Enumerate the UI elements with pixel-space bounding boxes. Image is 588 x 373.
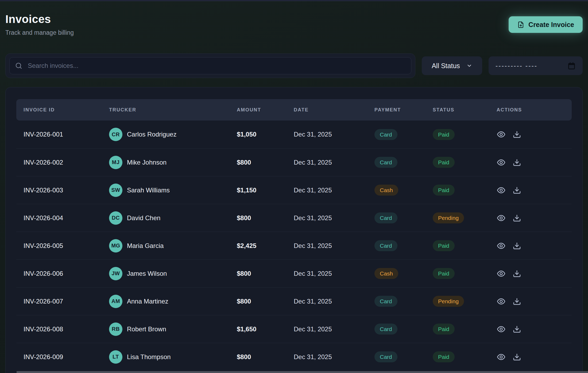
invoice-id-cell: INV-2026-005 <box>16 242 102 250</box>
amount-value: $800 <box>237 159 251 166</box>
download-invoice-button[interactable] <box>513 297 521 306</box>
status-badge: Paid <box>433 157 455 168</box>
trucker-avatar: LT <box>109 350 122 364</box>
payment-badge: Card <box>374 157 397 168</box>
actions-cell <box>489 325 572 334</box>
view-invoice-button[interactable] <box>497 186 506 195</box>
trucker-name: David Chen <box>127 214 160 222</box>
create-invoice-button[interactable]: Create Invoice <box>509 16 583 33</box>
status-badge: Pending <box>433 212 464 223</box>
date-value: Dec 31, 2025 <box>294 131 332 138</box>
trucker-name: Anna Martinez <box>127 298 168 305</box>
date-cell: Dec 31, 2025 <box>287 353 367 361</box>
column-header-trucker: TRUCKER <box>102 107 230 113</box>
table-row: INV-2026-006 JW James Wilson $800 Dec 31… <box>16 259 572 287</box>
amount-value: $2,425 <box>237 242 256 249</box>
invoice-id: INV-2026-002 <box>24 159 63 166</box>
status-filter-select[interactable]: All Status <box>422 56 482 75</box>
trucker-name: Lisa Thompson <box>127 353 171 361</box>
invoice-id-cell: INV-2026-004 <box>16 214 102 222</box>
status-cell: Paid <box>425 351 489 362</box>
trucker-avatar: AM <box>109 295 122 308</box>
view-invoice-button[interactable] <box>497 352 506 362</box>
horizontal-scrollbar[interactable] <box>17 371 588 373</box>
amount-cell: $800 <box>230 214 287 222</box>
status-badge: Paid <box>433 351 455 362</box>
payment-cell: Cash <box>367 268 425 279</box>
payment-badge: Card <box>374 129 397 140</box>
payment-cell: Cash <box>367 185 425 196</box>
actions-cell <box>489 158 572 167</box>
date-cell: Dec 31, 2025 <box>287 242 367 250</box>
payment-cell: Card <box>367 296 425 307</box>
eye-icon <box>497 269 506 278</box>
status-badge: Paid <box>433 268 455 279</box>
file-plus-icon <box>517 21 524 28</box>
date-value: Dec 31, 2025 <box>294 270 332 277</box>
payment-badge: Card <box>374 351 397 362</box>
column-header-amount: AMOUNT <box>230 107 287 113</box>
date-cell: Dec 31, 2025 <box>287 298 367 305</box>
calendar-icon[interactable] <box>567 62 576 70</box>
table-row: INV-2026-005 MG Maria Garcia $2,425 Dec … <box>16 232 572 259</box>
chevron-down-icon <box>466 63 472 69</box>
trucker-cell: AM Anna Martinez <box>102 295 230 308</box>
invoice-id: INV-2026-008 <box>24 325 63 333</box>
download-invoice-button[interactable] <box>513 242 521 250</box>
date-cell: Dec 31, 2025 <box>287 131 367 138</box>
download-invoice-button[interactable] <box>513 269 521 278</box>
download-icon <box>513 353 521 361</box>
column-header-status: STATUS <box>425 107 489 113</box>
status-badge: Paid <box>433 240 455 251</box>
date-cell: Dec 31, 2025 <box>287 159 367 166</box>
view-invoice-button[interactable] <box>497 297 506 306</box>
view-invoice-button[interactable] <box>497 269 506 278</box>
search-field[interactable] <box>9 57 411 74</box>
actions-cell <box>489 213 572 223</box>
amount-value: $800 <box>237 270 251 277</box>
status-badge: Paid <box>433 324 455 335</box>
trucker-name: Robert Brown <box>127 325 166 333</box>
date-value: Dec 31, 2025 <box>294 353 332 360</box>
view-invoice-button[interactable] <box>497 241 506 250</box>
download-invoice-button[interactable] <box>513 130 521 139</box>
trucker-avatar: JW <box>109 267 122 280</box>
column-header-invoice-id: INVOICE ID <box>16 107 102 113</box>
date-value: Dec 31, 2025 <box>294 242 332 249</box>
invoice-id-cell: INV-2026-001 <box>16 131 102 138</box>
invoice-id-cell: INV-2026-006 <box>16 270 102 277</box>
date-value: Dec 31, 2025 <box>294 298 332 305</box>
table-body: INV-2026-001 CR Carlos Rodriguez $1,050 … <box>16 121 572 371</box>
amount-value: $800 <box>237 214 251 222</box>
download-invoice-button[interactable] <box>513 186 521 195</box>
amount-value: $1,050 <box>237 131 256 138</box>
search-icon <box>15 62 22 69</box>
date-filter-input[interactable]: --------- ---- <box>489 56 583 75</box>
amount-cell: $1,050 <box>230 131 287 138</box>
trucker-avatar: SW <box>109 184 122 197</box>
eye-icon <box>497 352 506 362</box>
view-invoice-button[interactable] <box>497 130 506 139</box>
table-row: INV-2026-003 SW Sarah Williams $1,150 De… <box>16 176 572 204</box>
download-invoice-button[interactable] <box>513 158 521 167</box>
trucker-cell: JW James Wilson <box>102 267 230 280</box>
actions-cell <box>489 297 572 306</box>
status-cell: Paid <box>425 324 489 335</box>
view-invoice-button[interactable] <box>497 158 506 167</box>
trucker-avatar: MG <box>109 239 122 252</box>
view-invoice-button[interactable] <box>497 325 506 334</box>
download-invoice-button[interactable] <box>513 353 521 361</box>
view-invoice-button[interactable] <box>497 213 506 223</box>
download-icon <box>513 214 521 222</box>
download-invoice-button[interactable] <box>513 214 521 222</box>
column-header-date: DATE <box>287 107 367 113</box>
amount-value: $1,150 <box>237 187 256 194</box>
date-value: Dec 31, 2025 <box>294 214 332 222</box>
payment-badge: Card <box>374 212 397 223</box>
eye-icon <box>497 158 506 167</box>
trucker-cell: MJ Mike Johnson <box>102 156 230 169</box>
table-header-row: INVOICE ID TRUCKER AMOUNT DATE PAYMENT S… <box>16 99 572 121</box>
column-header-actions: ACTIONS <box>489 107 572 113</box>
download-invoice-button[interactable] <box>513 325 521 333</box>
search-input[interactable] <box>27 62 406 70</box>
